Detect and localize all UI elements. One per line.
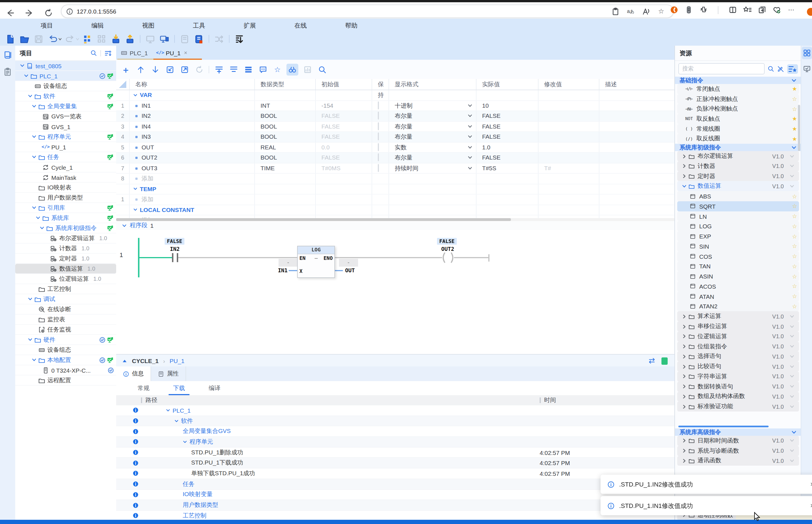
menu-4[interactable]: 扩展 — [238, 21, 262, 30]
input-param-box[interactable]: - — [279, 259, 298, 267]
info-row[interactable]: STD.PU_1删除成功 4:02:57 PM — [116, 448, 675, 458]
info-row[interactable]: STD.PU_1下载成功 4:02:57 PM — [116, 458, 675, 469]
panel-sort-icon[interactable] — [104, 49, 112, 57]
profile-avatar[interactable] — [807, 8, 812, 16]
retain-checkbox[interactable] — [378, 153, 379, 161]
var-row-IN4[interactable]: 3 IN4 BOOL FALSE 布尔量 FALSE — [116, 121, 675, 132]
breadcrumb-task[interactable]: CYCLE_1 — [132, 357, 159, 364]
chevron-right-icon[interactable] — [682, 344, 687, 349]
var-row-OUT[interactable]: 5 OUT REAL 0.0 实数 1.0 — [116, 142, 675, 153]
tree-item[interactable]: 用户数据类型 — [15, 193, 116, 203]
output-param-box[interactable]: - — [339, 259, 358, 267]
puzzle-icon[interactable] — [699, 6, 708, 14]
format-dropdown[interactable]: 布尔量 — [389, 111, 476, 121]
section-advanced[interactable]: 系统库高级指令 — [675, 428, 801, 436]
resource-func-COS[interactable]: COS☆ — [677, 251, 799, 262]
sort-download-icon[interactable] — [234, 34, 244, 44]
star-icon[interactable]: ☆ — [790, 193, 799, 199]
filter-favorites-icon[interactable] — [787, 64, 798, 73]
tree-item[interactable]: 定时器 1.0 — [15, 254, 116, 264]
basic-instruction-正脉冲检测触点[interactable]: ⊣P⊢ 正脉冲检测触点☆ — [677, 94, 799, 104]
var-row-IN1[interactable]: 1 IN1 INT -154 十进制 10 — [116, 101, 675, 111]
star-icon[interactable]: ☆ — [790, 223, 799, 229]
select-all-corner[interactable] — [119, 81, 126, 88]
translate-icon[interactable]: aあ — [627, 7, 635, 16]
menu-5[interactable]: 在线 — [289, 21, 312, 30]
close-icon[interactable]: × — [810, 480, 812, 488]
info-row[interactable]: 全局变量集合GVS — [116, 426, 675, 437]
tree-item[interactable]: 远程配置 — [15, 375, 116, 386]
chevron-right-icon[interactable] — [682, 174, 687, 179]
close-icon[interactable]: × — [184, 50, 188, 56]
four-squares-icon[interactable] — [803, 49, 811, 57]
favorite-button[interactable]: ☆ — [273, 65, 282, 73]
resource-folder-比较语句[interactable]: 比较语句V1.0 — [677, 361, 799, 372]
split-screen-icon[interactable] — [729, 6, 737, 14]
table-hscrollbar[interactable] — [116, 218, 675, 221]
tree-item[interactable]: 监控表 — [15, 314, 116, 325]
tree-item[interactable]: 引用库 — [15, 203, 116, 213]
chevron-right-icon[interactable] — [682, 354, 687, 359]
format-dropdown[interactable]: 布尔量 — [389, 121, 476, 131]
move-down-button[interactable] — [151, 65, 159, 73]
open-folder-icon[interactable] — [20, 34, 29, 44]
resources-hscrollbar[interactable] — [678, 426, 768, 427]
grid-color-icon[interactable] — [83, 34, 93, 44]
resource-folder-标准验证功能[interactable]: 标准验证功能V1.0 — [677, 402, 799, 412]
resource-func-LOG[interactable]: LOG☆ — [677, 221, 799, 231]
retain-checkbox[interactable] — [378, 122, 379, 130]
extension-gray-icon[interactable] — [685, 6, 693, 14]
tree-item[interactable]: 计数器 1.0 — [15, 244, 116, 254]
info-row[interactable]: PLC_1 — [116, 405, 675, 416]
retain-checkbox[interactable] — [378, 143, 379, 151]
resource-folder-串移位运算[interactable]: 串移位运算V1.0 — [677, 321, 799, 331]
move-up-button[interactable] — [136, 65, 145, 73]
chevron-down-icon[interactable] — [39, 226, 45, 231]
basic-instruction-常闭触点[interactable]: ⊣/⊢ 常闭触点★ — [677, 84, 799, 94]
chevron-down-icon[interactable] — [790, 364, 795, 369]
tree-item[interactable]: 全局变量集 — [15, 101, 116, 112]
new-file-icon[interactable] — [6, 34, 15, 44]
zoom-button[interactable] — [318, 65, 326, 73]
star-icon[interactable]: ☆ — [790, 273, 799, 279]
var-group-row[interactable]: LOCAL CONSTANT — [116, 205, 675, 215]
star-icon[interactable]: ☆ — [790, 283, 799, 290]
chevron-down-icon[interactable] — [790, 394, 795, 399]
block-input-operand[interactable]: IN1 — [267, 267, 288, 274]
tree-item[interactable]: 任务监视 — [15, 325, 116, 335]
info-tab-信息[interactable]: 信息 — [116, 366, 151, 381]
menu-0[interactable]: 项目 — [35, 21, 59, 30]
resource-func-SIN[interactable]: SIN☆ — [677, 241, 799, 251]
retain-checkbox[interactable] — [378, 132, 379, 141]
insert-below-button[interactable] — [229, 65, 238, 73]
resource-folder-系统与诊断函数[interactable]: 系统与诊断函数V1.0 — [677, 446, 799, 456]
resource-func-LN[interactable]: LN☆ — [677, 211, 799, 221]
var-row-IN3[interactable]: 4 IN3 BOOL FALSE 布尔量 FALSE — [116, 132, 675, 142]
project-view-icon[interactable] — [3, 51, 12, 59]
basic-instruction-取反触点[interactable]: NOT 取反触点★ — [677, 114, 799, 124]
tree-item[interactable]: MainTask — [15, 173, 116, 183]
resource-folder-位逻辑运算[interactable]: 位逻辑运算V1.0 — [677, 331, 799, 342]
info-subtab-常规[interactable]: 常规 — [135, 381, 152, 395]
resource-func-ASIN[interactable]: ASIN☆ — [677, 272, 799, 282]
clipboard-view-icon[interactable] — [3, 68, 12, 76]
chevron-down-icon[interactable] — [790, 354, 795, 359]
menu-1[interactable]: 编辑 — [86, 21, 109, 30]
chevron-down-icon[interactable] — [122, 223, 127, 228]
chevron-right-icon[interactable] — [682, 438, 687, 443]
chevron-right-icon[interactable] — [682, 458, 687, 463]
tree-item[interactable]: GVS_1 — [15, 122, 116, 132]
info-tab-属性[interactable]: 属性 — [151, 366, 186, 381]
chevron-down-icon[interactable] — [790, 164, 795, 169]
forward-icon[interactable] — [25, 9, 34, 17]
chevron-down-icon[interactable] — [790, 438, 795, 443]
resource-func-ATAN[interactable]: ATAN☆ — [677, 292, 799, 301]
resource-func-ACOS[interactable]: ACOS☆ — [677, 281, 799, 292]
site-info-icon[interactable] — [66, 7, 73, 15]
retain-checkbox[interactable] — [378, 164, 379, 171]
chevron-down-icon[interactable] — [790, 314, 795, 319]
info-subtab-编译[interactable]: 编译 — [206, 381, 223, 395]
resource-folder-计数器[interactable]: 计数器V1.0 — [677, 161, 799, 171]
tree-item[interactable]: 0 T324-XP-C... — [15, 365, 116, 375]
search-icon[interactable] — [90, 50, 97, 56]
